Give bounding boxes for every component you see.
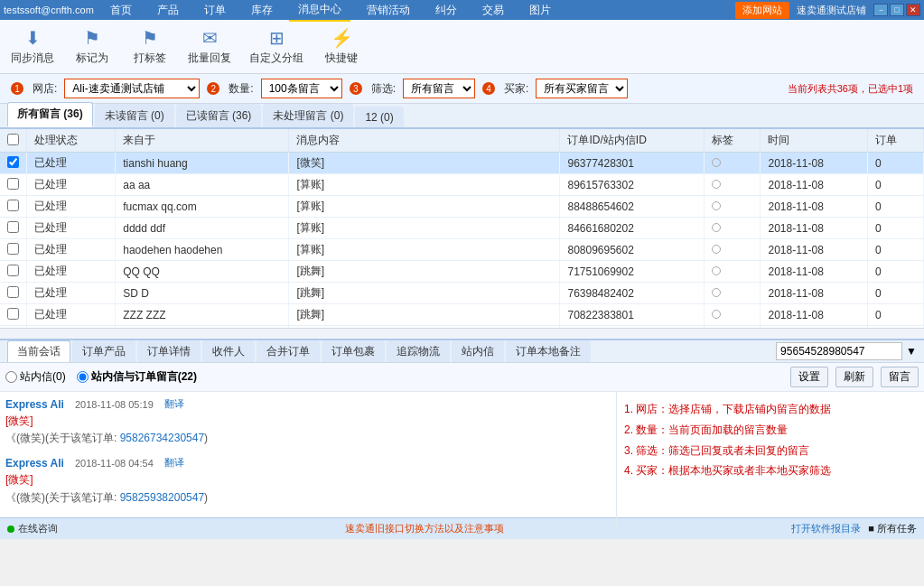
custom-group-button[interactable]: ⊞ 自定义分组 [249,27,303,66]
row-check-input-0[interactable] [7,156,19,168]
count-select[interactable]: 100条留言 [261,79,342,98]
bottom-tab-internal-msg[interactable]: 站内信 [452,340,504,362]
close-button[interactable]: ✕ [906,4,920,16]
tab-read-messages[interactable]: 已读留言 (36) [176,104,262,127]
row-check-input-4[interactable] [7,243,19,255]
nav-message[interactable]: 消息中心 [289,0,350,22]
message-table-container: 处理状态 来自于 消息内容 订单ID/站内信ID 标签 时间 订单 已处理 ti… [0,129,924,339]
label-dot-2 [712,201,721,210]
row-check-input-5[interactable] [7,265,19,276]
bottom-tab-order-parcel[interactable]: 订单包裹 [322,340,385,362]
tag-button[interactable]: ⚑ 打标签 [130,27,170,66]
row-from-2[interactable]: fucmax qq.com [116,196,289,218]
row-checkbox-7[interactable] [0,304,27,326]
radio-internal-msg[interactable]: 站内信(0) [5,369,66,385]
bottom-tab-order-detail[interactable]: 订单详情 [137,340,201,362]
nav-inventory[interactable]: 库存 [242,0,282,21]
row-checkbox-0[interactable] [0,153,27,174]
row-check-input-7[interactable] [7,308,19,320]
message-list[interactable]: Express Ali 2018-11-08 05:19 翻译 [微笑] 《(微… [0,392,617,532]
horizontal-scrollbar[interactable] [0,328,924,339]
row-from-7[interactable]: ZZZ ZZZ [116,304,289,326]
nav-image[interactable]: 图片 [520,0,560,21]
msg-translate-1[interactable]: 翻译 [164,397,184,411]
sync-icon: ⬇ [25,27,41,49]
buyer-select[interactable]: 所有买家留言 [536,79,628,98]
filter-info: 当前列表共36项，已选中1项 [788,82,913,96]
msg-body-2: [微笑] 《(微笑)(关于该笔订单: 95825938200547) [5,471,611,506]
nav-home[interactable]: 首页 [101,0,141,21]
row-checkbox-3[interactable] [0,218,27,239]
add-shop-button[interactable]: 添加网站 [735,2,789,19]
row-check-input-2[interactable] [7,200,19,211]
nav-marketing[interactable]: 营销活动 [358,0,419,21]
row-from-6[interactable]: SD D [116,283,289,304]
row-from-3[interactable]: dddd ddf [116,218,289,239]
sync-button[interactable]: ⬇ 同步消息 [11,27,54,66]
row-checkbox-6[interactable] [0,283,27,304]
select-all-checkbox[interactable] [7,134,19,145]
nav-product[interactable]: 产品 [148,0,188,21]
order-id-dropdown-icon[interactable]: ▼ [906,345,917,358]
row-checkbox-2[interactable] [0,196,27,218]
tab-all-messages[interactable]: 所有留言 (36) [7,102,93,127]
filter-select[interactable]: 所有留言 [403,79,475,98]
nav-trade[interactable]: 交易 [473,0,513,21]
bottom-tab-tracking[interactable]: 追踪物流 [387,340,450,362]
row-check-input-6[interactable] [7,286,19,298]
marker-1: 1 [11,82,23,95]
msg-emoji-2: [微笑] [5,473,33,486]
msg-translate-2[interactable]: 翻译 [164,456,184,470]
bottom-content: Express Ali 2018-11-08 05:19 翻译 [微笑] 《(微… [0,392,924,532]
msg-link-1[interactable]: 95826734230547 [120,432,204,444]
bottom-tab-recipient[interactable]: 收件人 [202,340,255,362]
row-from-4[interactable]: haodehen haodehen [116,239,289,261]
nav-order[interactable]: 订单 [195,0,235,21]
tab-unprocessed-messages[interactable]: 未处理留言 (0) [263,104,353,127]
bottom-tab-order-product[interactable]: 订单产品 [72,340,135,362]
bottom-tab-local-notes[interactable]: 订单本地备注 [506,340,591,362]
label-dot-6 [712,288,721,297]
message-table-scroll[interactable]: 处理状态 来自于 消息内容 订单ID/站内信ID 标签 时间 订单 已处理 ti… [0,129,924,328]
row-check-input-3[interactable] [7,221,19,233]
refresh-button[interactable]: 刷新 [835,367,873,387]
row-checkbox-4[interactable] [0,239,27,261]
row-from-5[interactable]: QQ QQ [116,261,289,283]
shortcut-button[interactable]: ⚡ 快捷键 [322,27,361,66]
order-id-input[interactable]: 95654528980547 [776,342,902,360]
message-tabs: 所有留言 (36) 未读留言 (0) 已读留言 (36) 未处理留言 (0) 1… [0,104,924,129]
tab-unread-messages[interactable]: 未读留言 (0) [95,104,174,127]
tab-12-messages[interactable]: 12 (0) [355,107,403,127]
all-tasks-link[interactable]: ■ 所有任务 [868,522,917,535]
row-checkbox-1[interactable] [0,174,27,196]
minimize-button[interactable]: － [873,4,888,16]
maximize-button[interactable]: □ [890,4,904,16]
nav-dispute[interactable]: 纠分 [426,0,466,21]
bulk-reply-button[interactable]: ✉ 批量回复 [188,27,231,66]
leave-message-button[interactable]: 留言 [881,367,919,387]
mark-as-button[interactable]: ⚑ 标记为 [72,27,112,66]
row-check-input-1[interactable] [7,178,19,190]
msg-link-2[interactable]: 95825938200547 [120,491,204,504]
msg-emoji-1: [微笑] [5,414,33,427]
row-checkbox-5[interactable] [0,261,27,283]
col-from: 来自于 [116,129,289,153]
radio-internal-order-msg[interactable]: 站内信与订单留言(22) [77,369,197,385]
filter-filter-label: 筛选: [371,81,396,97]
bottom-tabs: 当前会话 订单产品 订单详情 收件人 合并订单 订单包裹 追踪物流 站内信 订单… [0,340,924,363]
bottom-tab-merge-order[interactable]: 合并订单 [257,340,320,362]
radio-internal-input[interactable] [5,371,17,383]
sync-label: 同步消息 [11,51,54,66]
row-from-0[interactable]: tianshi huang [116,153,289,174]
table-header-row: 处理状态 来自于 消息内容 订单ID/站内信ID 标签 时间 订单 [0,129,924,153]
notice-link[interactable]: 速卖通旧接口切换方法以及注意事项 [65,522,784,535]
open-dir-link[interactable]: 打开软件报目录 [791,522,861,535]
col-order-id: 订单ID/站内信ID [560,129,705,153]
radio-order-input[interactable] [77,371,89,383]
shop-select[interactable]: Ali-速卖通测试店铺 [64,79,200,98]
row-content-2: [算账] [289,196,560,218]
bottom-tab-current[interactable]: 当前会话 [7,340,70,362]
buyer-filter-label: 买家: [504,81,528,97]
settings-button[interactable]: 设置 [790,367,828,387]
row-from-1[interactable]: aa aa [116,174,289,196]
